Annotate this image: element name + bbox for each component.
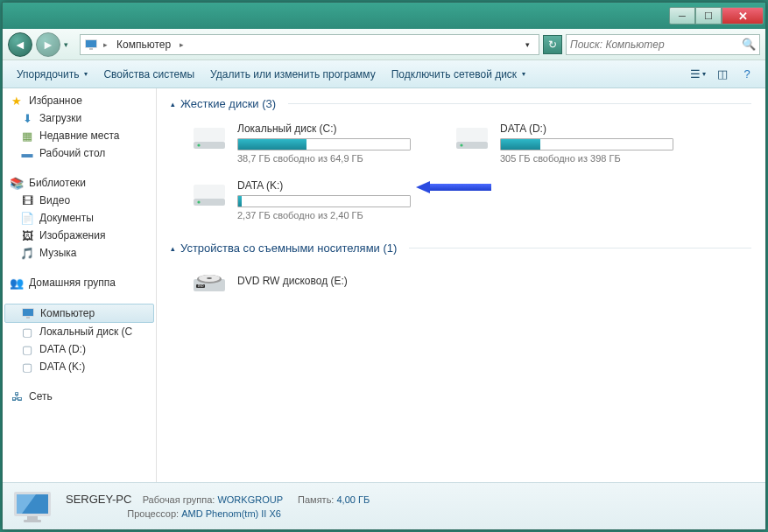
favorites-group: ★ Избранное ⬇ Загрузки ▦ Недавние места … [3,92,156,162]
libraries-icon: 📚 [10,176,24,190]
sidebar-item-documents[interactable]: 📄 Документы [3,209,156,227]
desktop-icon: ▬ [20,146,34,160]
svg-rect-2 [89,48,93,50]
dvd-icon: DVD [190,267,229,298]
homegroup-group: 👥 Домашняя группа [3,274,156,291]
sidebar-homegroup[interactable]: 👥 Домашняя группа [3,274,156,291]
map-network-drive-button[interactable]: Подключить сетевой диск▾ [384,65,532,84]
svg-rect-14 [194,185,225,199]
dvd-label: DVD RW дисковод (E:) [237,275,348,287]
svg-rect-10 [456,128,488,142]
computer-icon [21,306,35,320]
sidebar-network[interactable]: 🖧 Сеть [3,388,156,405]
hard-drives-section-header[interactable]: ▴ Жесткие диски (3) [171,97,751,110]
sidebar-item-drive-c[interactable]: ▢ Локальный диск (C [3,323,156,340]
svg-rect-5 [26,317,30,318]
hdd-icon [190,179,229,211]
image-icon: 🖼 [20,228,34,242]
document-icon: 📄 [20,211,34,225]
music-icon: 🎵 [20,246,34,260]
titlebar[interactable]: ─ ☐ ✕ [3,3,765,29]
hdd-icon: ▢ [20,342,34,356]
refresh-button[interactable]: ↻ [543,35,562,54]
chevron-right-icon[interactable]: ▸ [178,40,186,49]
sidebar-computer[interactable]: Компьютер [4,304,154,323]
drive-c[interactable]: Локальный диск (C:) 38,7 ГБ свободно из … [187,117,414,169]
drive-capacity-text: 38,7 ГБ свободно из 64,9 ГБ [237,153,411,164]
network-group: 🖧 Сеть [3,388,156,405]
sidebar-item-images[interactable]: 🖼 Изображения [3,227,156,244]
address-bar[interactable]: ▸ Компьютер ▸ ▾ [80,34,539,55]
explorer-window: ─ ☐ ✕ ◄ ► ▾ ▸ Компьютер ▸ ▾ ↻ 🔍 Упорядоч… [2,2,766,530]
computer-group: Компьютер ▢ Локальный диск (C ▢ DATA (D:… [3,304,156,375]
drive-capacity-text: 2,37 ГБ свободно из 2,40 ГБ [237,210,411,220]
sidebar: ★ Избранное ⬇ Загрузки ▦ Недавние места … [3,88,157,482]
drive-capacity-text: 305 ГБ свободно из 398 ГБ [500,153,673,164]
svg-rect-28 [24,520,41,522]
forward-button[interactable]: ► [36,32,60,57]
dvd-drive[interactable]: DVD DVD RW дисковод (E:) [187,262,751,304]
sidebar-favorites-header[interactable]: ★ Избранное [3,92,156,109]
search-icon: 🔍 [742,38,756,51]
video-icon: 🎞 [20,193,34,207]
search-box[interactable]: 🔍 [566,34,760,55]
computer-large-icon [11,488,53,525]
hdd-icon: ▢ [20,360,34,374]
history-dropdown[interactable]: ▾ [64,40,76,49]
maximize-button[interactable]: ☐ [695,7,722,24]
hdd-icon [190,122,229,154]
chevron-right-icon[interactable]: ▸ [102,40,109,49]
sidebar-item-drive-d[interactable]: ▢ DATA (D:) [3,340,156,358]
svg-rect-27 [27,516,38,520]
star-icon: ★ [10,94,24,108]
minimize-button[interactable]: ─ [669,7,695,24]
sidebar-item-music[interactable]: 🎵 Музыка [3,244,156,262]
svg-rect-6 [194,128,225,142]
system-properties-button[interactable]: Свойства системы [96,65,201,84]
download-icon: ⬇ [20,111,34,125]
toolbar: Упорядочить▾ Свойства системы Удалить ил… [3,60,765,88]
breadcrumb-computer[interactable]: Компьютер [113,38,174,51]
preview-pane-button[interactable]: ◫ [711,65,734,84]
drive-d[interactable]: DATA (D:) 305 ГБ свободно из 398 ГБ [449,117,677,169]
drive-label: DATA (K:) [237,179,411,192]
close-button[interactable]: ✕ [722,7,764,24]
removable-section-header[interactable]: ▴ Устройства со съемными носителями (1) [171,242,751,255]
network-icon: 🖧 [10,389,24,403]
drive-k[interactable]: DATA (K:) 2,37 ГБ свободно из 2,40 ГБ [187,174,414,226]
callout-arrow [416,181,491,193]
sidebar-item-desktop[interactable]: ▬ Рабочий стол [3,144,156,162]
navbar: ◄ ► ▾ ▸ Компьютер ▸ ▾ ↻ 🔍 [3,29,765,60]
computer-icon [84,38,98,52]
details-pane: SERGEY-PC Рабочая группа: WORKGROUP Памя… [3,482,765,529]
sidebar-libraries-header[interactable]: 📚 Библиотеки [3,174,156,192]
organize-menu[interactable]: Упорядочить▾ [10,65,95,84]
address-dropdown[interactable]: ▾ [519,40,535,49]
sidebar-item-recent[interactable]: ▦ Недавние места [3,127,156,144]
back-button[interactable]: ◄ [8,32,32,57]
recent-icon: ▦ [20,129,34,143]
svg-point-13 [460,144,462,146]
help-button[interactable]: ? [736,65,758,84]
hdd-icon [453,122,491,154]
sidebar-item-downloads[interactable]: ⬇ Загрузки [3,109,156,127]
search-input[interactable] [570,38,742,51]
svg-text:DVD: DVD [198,284,204,288]
capacity-bar [500,138,673,150]
svg-rect-1 [86,40,96,47]
libraries-group: 📚 Библиотеки 🎞 Видео 📄 Документы 🖼 Изобр… [3,174,156,262]
svg-point-9 [197,144,200,146]
sidebar-item-videos[interactable]: 🎞 Видео [3,192,156,209]
drive-label: DATA (D:) [500,122,673,135]
drive-label: Локальный диск (C:) [237,122,411,135]
view-options-button[interactable]: ☰▾ [687,65,709,84]
homegroup-icon: 👥 [10,276,24,290]
hdd-icon: ▢ [20,325,34,339]
main-content: ▴ Жесткие диски (3) Локальный диск (C:) … [157,88,765,482]
svg-point-17 [197,200,200,203]
chevron-down-icon: ▴ [171,244,175,253]
sidebar-item-drive-k[interactable]: ▢ DATA (K:) [3,358,156,375]
uninstall-program-button[interactable]: Удалить или изменить программу [203,65,383,84]
capacity-bar [237,195,411,207]
details-computer-name: SERGEY-PC [66,493,131,506]
